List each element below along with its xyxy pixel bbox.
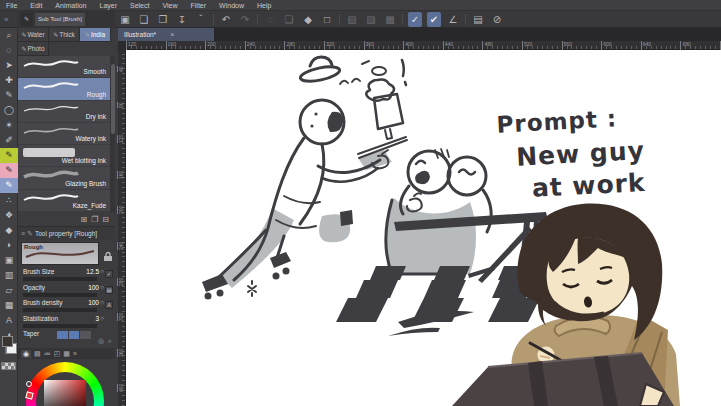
brush-item-glazing-brush[interactable]: Glazing Brush bbox=[18, 167, 110, 189]
gradient-tab[interactable]: ▦ bbox=[63, 350, 70, 358]
open-file-icon[interactable]: ❒ bbox=[156, 12, 170, 27]
lasso-tool-icon[interactable]: ◯ bbox=[0, 103, 18, 118]
object-tool-icon[interactable]: ➤ bbox=[0, 58, 18, 73]
slider-option-button[interactable]: ▤ bbox=[105, 286, 113, 294]
select-add-icon[interactable]: ❏ bbox=[282, 12, 296, 27]
color-mix-tab[interactable]: ◰ bbox=[54, 350, 61, 358]
airbrush-tool-icon[interactable]: ∴ bbox=[0, 193, 18, 208]
subtool-tab-india[interactable]: ✎India bbox=[80, 28, 111, 42]
decoration-tool-icon[interactable]: ❖ bbox=[0, 208, 18, 223]
color-wheel-tab[interactable]: ◉ bbox=[21, 350, 31, 358]
zoom-tool-icon[interactable]: ⌕ bbox=[0, 28, 18, 43]
rotate-canvas-tool-icon[interactable]: ◌ bbox=[0, 43, 18, 58]
deselect-icon[interactable]: ◆ bbox=[301, 12, 315, 27]
subtool-tab-thick[interactable]: ✎Thick bbox=[49, 28, 80, 42]
menu-filter[interactable]: Filter bbox=[191, 2, 207, 9]
snap-special-ruler-icon[interactable]: ✔ bbox=[427, 12, 441, 27]
duplicate-subtool-icon[interactable]: ❐ bbox=[91, 215, 98, 224]
lock-icon[interactable] bbox=[103, 251, 113, 262]
snap-ruler-icon[interactable]: ✓ bbox=[408, 12, 422, 27]
text-tool-icon[interactable]: A bbox=[0, 313, 18, 328]
pink-brush-tool-icon[interactable]: ✎ bbox=[0, 163, 18, 178]
redo-icon[interactable]: ↷ bbox=[238, 12, 252, 27]
sv-selector[interactable] bbox=[26, 381, 32, 387]
color-swatch-widget[interactable] bbox=[1, 336, 17, 358]
menu-animation[interactable]: Animation bbox=[55, 2, 86, 9]
menu-file[interactable]: File bbox=[6, 2, 17, 9]
menu-select[interactable]: Select bbox=[130, 2, 149, 9]
slider-value[interactable]: 12.5 bbox=[86, 268, 99, 275]
blend-tool-icon[interactable]: ◗ bbox=[0, 238, 18, 253]
slider-track[interactable] bbox=[23, 277, 97, 281]
snap-grid-icon[interactable]: ∠ bbox=[446, 12, 460, 27]
menu-layer[interactable]: Layer bbox=[99, 2, 117, 9]
slider-spinner-icon[interactable]: ◇ bbox=[100, 315, 104, 321]
select-rect-icon[interactable]: □ bbox=[320, 12, 334, 27]
brush-tab-icon[interactable]: ✎ bbox=[21, 13, 32, 26]
slider-option-button[interactable]: A bbox=[105, 301, 113, 309]
subtool-tab-water[interactable]: ✎Water bbox=[18, 28, 49, 42]
drawing-canvas[interactable]: Prompt : New guy at work bbox=[126, 50, 721, 406]
pen-tool-icon[interactable]: ✎ bbox=[0, 88, 18, 103]
brush-list-scrollbar[interactable] bbox=[110, 56, 115, 212]
help-circle-icon[interactable]: ⊘ bbox=[490, 12, 504, 27]
close-tab-icon[interactable]: × bbox=[170, 31, 174, 38]
transparent-color-swatch[interactable] bbox=[1, 362, 16, 370]
slider-spinner-icon[interactable]: ◇ bbox=[100, 299, 104, 305]
figure-tool-icon[interactable]: ▱ bbox=[0, 283, 18, 298]
slider-brush-size[interactable]: Brush Size12.5◇✓ bbox=[21, 268, 113, 284]
fill-area-icon[interactable]: ▨ bbox=[364, 12, 378, 27]
marker-pen-tool-icon[interactable]: ✎ bbox=[0, 148, 18, 163]
slider-stabilization[interactable]: Stabilization3◇ bbox=[21, 315, 113, 331]
slider-spinner-icon[interactable]: ◇ bbox=[100, 284, 104, 290]
brush-item-smooth[interactable]: Smooth bbox=[18, 56, 110, 78]
slider-track[interactable] bbox=[23, 293, 97, 297]
brush-item-kaze-fude[interactable]: Kaze_Fude bbox=[18, 190, 110, 212]
subtool-panel-title[interactable]: Sub Tool [Brush] bbox=[35, 13, 85, 26]
convert-line-icon[interactable]: ▧ bbox=[345, 12, 359, 27]
quick-access-icon[interactable]: ▤ bbox=[471, 12, 485, 27]
document-tab[interactable]: Illustration*× bbox=[118, 28, 214, 41]
slider-brush-density[interactable]: Brush density100◇A bbox=[21, 299, 113, 315]
show-palette-icon[interactable]: ⌕ bbox=[108, 337, 112, 344]
color-slider-tab[interactable]: ▤ bbox=[34, 350, 41, 358]
panel-menu-icon[interactable]: ≡ bbox=[21, 230, 25, 237]
fill-tool-icon[interactable]: ▣ bbox=[0, 253, 18, 268]
eraser-tool-icon[interactable]: ◆ bbox=[0, 223, 18, 238]
frame-border-tool-icon[interactable]: ▦ bbox=[0, 298, 18, 313]
taper-segment-bar[interactable] bbox=[57, 331, 91, 339]
undo-icon[interactable]: ↶ bbox=[219, 12, 233, 27]
brush-item-wet-blotting-ink[interactable]: Wet blotting ink bbox=[18, 145, 110, 167]
wand-tool-icon[interactable]: ✶ bbox=[0, 118, 18, 133]
brush-stroke-preview[interactable]: Rough bbox=[21, 242, 99, 265]
brush-item-rough[interactable]: Rough bbox=[18, 78, 110, 100]
slider-spinner-icon[interactable]: ◇ bbox=[100, 268, 104, 274]
brush-item-watery-ink[interactable]: Watery ink bbox=[18, 123, 110, 145]
slider-track[interactable] bbox=[23, 324, 97, 328]
ink-brush-tool-icon[interactable]: ✎ bbox=[0, 178, 18, 193]
save-dropdown-caret[interactable]: ˇ bbox=[194, 12, 208, 27]
collapse-panel-icon-0[interactable]: « bbox=[4, 15, 8, 24]
slider-option-button[interactable]: ✓ bbox=[105, 270, 113, 278]
frame-icon[interactable]: ▩ bbox=[383, 12, 397, 27]
menu-view[interactable]: View bbox=[162, 2, 177, 9]
subtool-tab-photo[interactable]: ✎Photo bbox=[18, 42, 49, 56]
save-icon[interactable]: ↧ bbox=[175, 12, 189, 27]
saturation-value-square[interactable] bbox=[44, 380, 86, 406]
select-lasso-icon[interactable]: ◌ bbox=[263, 12, 277, 27]
slider-value[interactable]: 100 bbox=[88, 299, 99, 306]
app-logo-icon[interactable]: ▣ bbox=[118, 12, 132, 27]
menu-window[interactable]: Window bbox=[219, 2, 244, 9]
brush-item-dry-ink[interactable]: Dry ink bbox=[18, 101, 110, 123]
new-file-icon[interactable]: ❑ bbox=[137, 12, 151, 27]
menu-edit[interactable]: Edit bbox=[30, 2, 42, 9]
slider-track[interactable] bbox=[23, 308, 97, 312]
more-tabs[interactable]: » bbox=[73, 350, 77, 357]
move-tool-icon[interactable]: ✚ bbox=[0, 73, 18, 88]
color-wheel[interactable] bbox=[18, 359, 115, 406]
slider-value[interactable]: 3 bbox=[95, 315, 99, 322]
color-set-tab[interactable]: ≔ bbox=[44, 350, 51, 358]
menu-help[interactable]: Help bbox=[257, 2, 271, 9]
add-subtool-icon[interactable]: ⊞ bbox=[80, 215, 87, 224]
foreground-color-swatch[interactable] bbox=[2, 336, 13, 347]
